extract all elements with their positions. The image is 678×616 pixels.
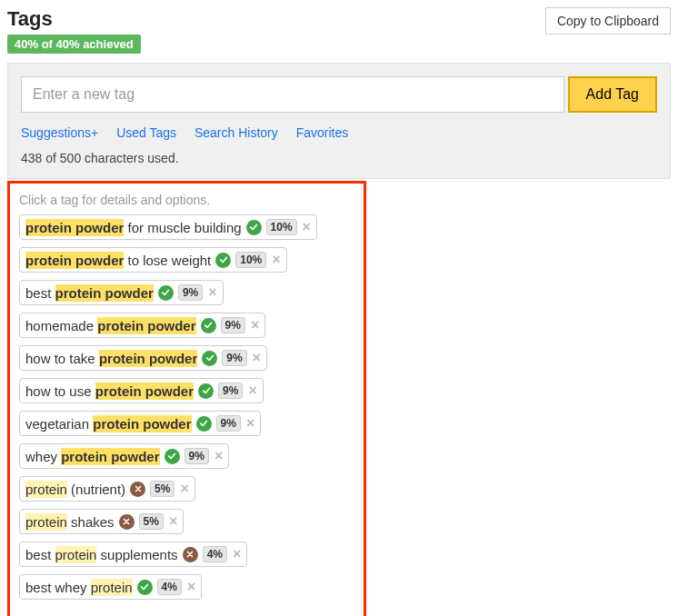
tag-pill[interactable]: best protein supplements4%× [19, 541, 247, 567]
tag-percentage: 5% [150, 481, 174, 497]
tags-hint: Click a tag for details and options. [19, 193, 354, 207]
cross-icon [119, 514, 135, 530]
tag-percentage: 9% [216, 415, 241, 432]
tag-pill[interactable]: vegetarian protein powder9%× [19, 411, 261, 436]
tag-text: protein powder to lose weight [25, 253, 211, 268]
check-icon [201, 318, 216, 333]
suggestions-link[interactable]: Suggestions+ [21, 125, 98, 140]
remove-tag-icon[interactable]: × [169, 514, 177, 529]
check-icon [198, 383, 214, 399]
check-icon [137, 580, 153, 595]
cross-icon [130, 482, 145, 497]
tag-percentage: 10% [266, 219, 297, 235]
tag-input-panel: Add Tag Suggestions+ Used Tags Search Hi… [7, 63, 671, 179]
add-tag-button[interactable]: Add Tag [568, 76, 657, 113]
tag-percentage: 4% [203, 546, 227, 562]
tag-percentage: 9% [221, 317, 245, 333]
tag-text: whey protein powder [25, 449, 160, 464]
tag-pill[interactable]: best protein powder9%× [19, 280, 224, 305]
remove-tag-icon[interactable]: × [272, 253, 280, 267]
tag-pill[interactable]: protein shakes5%× [19, 509, 184, 534]
remove-tag-icon[interactable]: × [180, 482, 188, 496]
tag-text: best protein powder [25, 285, 154, 301]
remove-tag-icon[interactable]: × [233, 547, 241, 561]
tag-percentage: 10% [235, 252, 266, 268]
check-icon [196, 416, 212, 432]
check-icon [165, 449, 180, 464]
check-icon [246, 220, 262, 235]
remove-tag-icon[interactable]: × [246, 416, 254, 431]
tag-percentage: 9% [178, 284, 203, 301]
new-tag-input[interactable] [21, 76, 564, 113]
search-history-link[interactable]: Search History [194, 125, 278, 140]
tag-pill[interactable]: homemade protein powder9%× [19, 313, 265, 338]
remove-tag-icon[interactable]: × [214, 449, 223, 463]
tag-pill[interactable]: whey protein powder9%× [19, 443, 229, 469]
tag-pill[interactable]: protein powder for muscle building10%× [19, 214, 317, 240]
remove-tag-icon[interactable]: × [208, 285, 216, 300]
tag-percentage: 9% [218, 383, 243, 399]
check-icon [202, 351, 217, 366]
tag-percentage: 9% [222, 350, 246, 366]
check-icon [215, 253, 231, 268]
tag-pill[interactable]: protein (nutrient)5%× [19, 476, 195, 502]
page-title: Tags [7, 7, 141, 31]
remove-tag-icon[interactable]: × [303, 220, 311, 234]
tag-pill[interactable]: how to use protein powder9%× [19, 378, 264, 403]
tag-text: how to use protein powder [25, 383, 194, 399]
tag-percentage: 5% [139, 513, 164, 530]
tag-text: protein shakes [25, 514, 115, 530]
copy-to-clipboard-button[interactable]: Copy to Clipboard [545, 7, 671, 35]
tag-text: protein powder for muscle building [25, 220, 242, 235]
tag-text: homemade protein powder [25, 318, 196, 333]
tag-text: best protein supplements [25, 547, 178, 562]
remove-tag-icon[interactable]: × [253, 351, 261, 365]
tag-percentage: 9% [184, 448, 209, 464]
remove-tag-icon[interactable]: × [251, 318, 259, 333]
tag-pill[interactable]: best whey protein4%× [19, 574, 202, 600]
tag-pill[interactable]: how to take protein powder9%× [19, 345, 267, 371]
tag-percentage: 4% [157, 579, 182, 595]
char-count: 438 of 500 characters used. [21, 151, 657, 165]
cross-icon [183, 547, 198, 562]
favorites-link[interactable]: Favorites [296, 125, 349, 140]
tag-pill[interactable]: protein powder to lose weight10%× [19, 247, 287, 273]
used-tags-link[interactable]: Used Tags [116, 125, 176, 140]
remove-tag-icon[interactable]: × [248, 383, 256, 398]
tag-text: protein (nutrient) [25, 482, 125, 497]
tags-list: Click a tag for details and options. pro… [7, 181, 366, 616]
remove-tag-icon[interactable]: × [187, 580, 195, 594]
tag-text: best whey protein [25, 580, 133, 595]
tag-text: how to take protein powder [25, 351, 197, 366]
check-icon [158, 285, 174, 301]
achieved-badge: 40% of 40% achieved [7, 35, 141, 54]
tag-text: vegetarian protein powder [25, 416, 192, 432]
